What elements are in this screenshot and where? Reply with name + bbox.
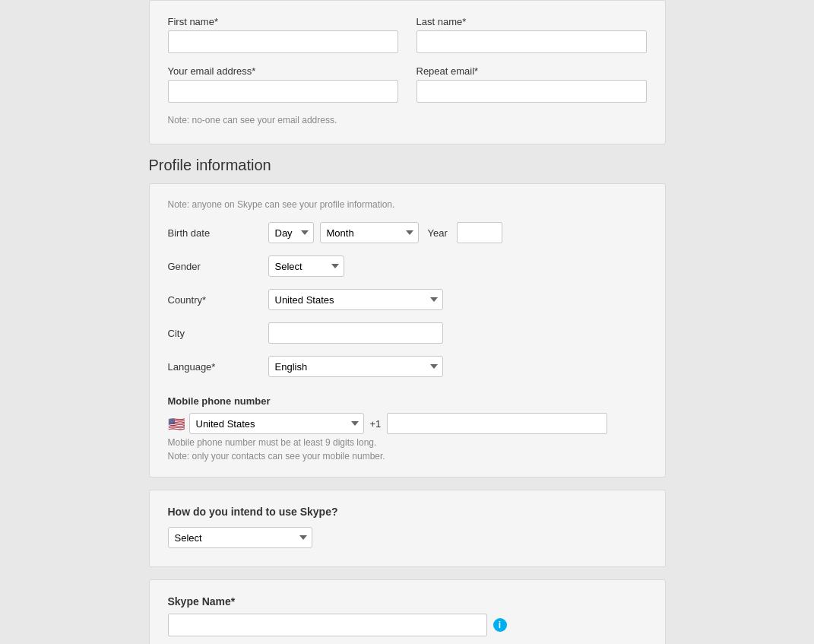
last-name-label: Last name* [417, 16, 647, 27]
last-name-input[interactable] [417, 30, 647, 53]
intend-select[interactable]: Select [168, 527, 312, 548]
skype-input-row: i [168, 614, 647, 636]
city-input[interactable] [268, 322, 443, 344]
country-label: Country* [168, 294, 259, 306]
city-row: City [168, 322, 647, 344]
year-input[interactable] [457, 222, 502, 243]
birth-date-row: Birth date Day Month Year [168, 222, 647, 243]
language-select[interactable]: English [268, 356, 443, 377]
profile-card: Note: anyone on Skype can see your profi… [149, 183, 666, 477]
first-name-input[interactable] [168, 30, 398, 53]
profile-section-title: Profile information [149, 157, 666, 174]
language-control: English [268, 356, 443, 377]
top-form-card: First name* Last name* Your email addres… [149, 0, 666, 144]
phone-input[interactable] [387, 413, 607, 434]
skype-name-label: Skype Name* [168, 595, 647, 608]
gender-row: Gender Select [168, 255, 647, 277]
skype-name-input[interactable] [168, 614, 487, 636]
repeat-email-group: Repeat email* [417, 65, 647, 103]
phone-code: +1 [370, 418, 382, 430]
day-select[interactable]: Day [268, 222, 314, 243]
gender-control: Select [268, 255, 344, 277]
info-icon[interactable]: i [493, 618, 507, 632]
mobile-note-1: Mobile phone number must be at least 9 d… [168, 437, 647, 448]
last-name-group: Last name* [417, 16, 647, 53]
mobile-label: Mobile phone number [168, 395, 647, 407]
mobile-section: Mobile phone number 🇺🇸 United States +1 … [168, 395, 647, 462]
language-row: Language* English [168, 356, 647, 377]
intend-section: How do you intend to use Skype? Select [149, 490, 666, 567]
country-control: United States [268, 289, 443, 310]
mobile-note-2: Note: only your contacts can see your mo… [168, 451, 647, 462]
country-row: Country* United States [168, 289, 647, 310]
city-control [268, 322, 443, 344]
first-name-label: First name* [168, 16, 398, 27]
country-select[interactable]: United States [268, 289, 443, 310]
city-label: City [168, 328, 259, 339]
year-label: Year [428, 227, 448, 239]
gender-label: Gender [168, 261, 259, 272]
email-group: Your email address* [168, 65, 398, 103]
email-input[interactable] [168, 80, 398, 103]
birth-date-label: Birth date [168, 227, 259, 239]
first-name-group: First name* [168, 16, 398, 53]
language-label: Language* [168, 361, 259, 373]
email-label: Your email address* [168, 65, 398, 77]
intend-label: How do you intend to use Skype? [168, 506, 647, 518]
birth-date-control: Day Month Year [268, 222, 502, 243]
repeat-email-input[interactable] [417, 80, 647, 103]
gender-select[interactable]: Select [268, 255, 344, 277]
repeat-email-label: Repeat email* [417, 65, 647, 77]
skype-section: Skype Name* i [149, 579, 666, 644]
us-flag-icon: 🇺🇸 [168, 417, 186, 430]
month-select[interactable]: Month [320, 222, 419, 243]
profile-note: Note: anyone on Skype can see your profi… [168, 199, 647, 210]
email-note: Note: no-one can see your email address. [168, 115, 647, 125]
phone-country-select[interactable]: United States [189, 413, 364, 434]
mobile-row: 🇺🇸 United States +1 [168, 413, 647, 434]
